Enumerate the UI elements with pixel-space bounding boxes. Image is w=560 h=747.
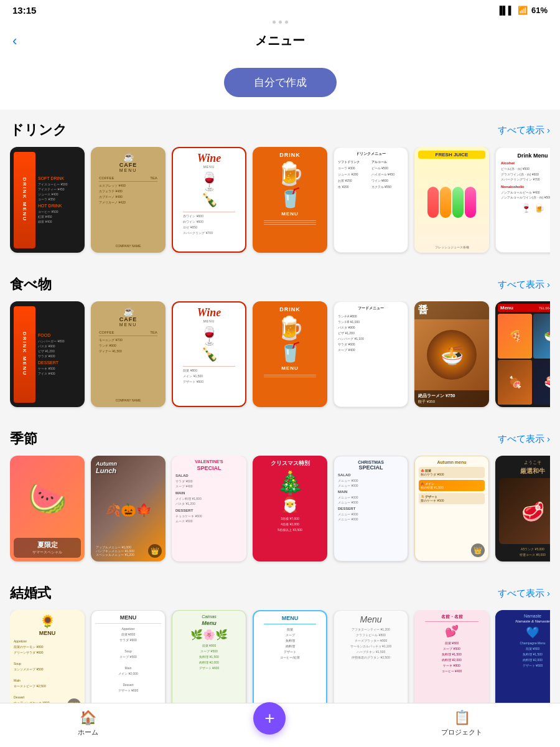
seasonal-card-xmas-red[interactable]: クリスマス特別 🎄 🎅 3名様 ¥7,0004名様 ¥2,0005名様以上 ¥3… <box>253 456 327 561</box>
home-icon: 🏠 <box>80 710 96 726</box>
food-card-5[interactable]: フードメニュー ランチA ¥800ランチB ¥1,000パスタ ¥900ピザ ¥… <box>334 301 408 407</box>
home-label: ホーム <box>78 728 98 737</box>
seasonal-card-row: 🍉 夏限定 サマースペシャル Autumn Lunch 🍂🎃🍁 アップルメニュー… <box>10 456 550 566</box>
seasonal-card-autumn-menu[interactable]: Autumn menu 🍁 前菜 秋のサラダ ¥600 🍂 メイン 秋の特選 ¥… <box>414 456 489 561</box>
seasonal-header: 季節 すべて表示 › <box>10 430 550 448</box>
wedding-card-1[interactable]: 🌻 MENU Appetizer前菜のサーモン ¥800グリーンサラダ ¥600… <box>10 610 85 716</box>
wedding-header: 結婚式 すべて表示 › <box>10 584 550 603</box>
status-bar: 13:15 ▐▌▌ 📶 61% <box>0 0 560 18</box>
food-card-3[interactable]: Wine MENU 🍷 🍾 前菜 ¥800メイン ¥1,500デザート ¥600 <box>172 301 246 407</box>
add-button[interactable]: + <box>253 702 286 735</box>
food-card-7[interactable]: Menu TEL:00-0000-0000 🍕 🥗 🍖 🍣 <box>495 301 550 407</box>
create-button-section: 自分で作成 <box>0 58 560 110</box>
drinks-card-7[interactable]: Drink Menu Alcohol ビール(赤・白) ¥500 グラスワイン(… <box>495 147 550 253</box>
food-title: 食べ物 <box>10 275 52 294</box>
drinks-card-2[interactable]: ☕ CAFE MENU COFFEETEA エスプレッソ ¥400カフェラテ ¥… <box>91 147 166 253</box>
wedding-card-2[interactable]: MENU Appetizer前菜 ¥800サラダ ¥600 Soupスープ ¥5… <box>91 610 166 716</box>
food-header: 食べ物 すべて表示 › <box>10 275 550 294</box>
dots-indicator <box>0 18 560 26</box>
signal-icon: ▐▌▌ <box>497 6 514 15</box>
food-card-row: DRINK MENU FOOD ハンバーガー ¥800パスタ ¥900ピザ ¥1… <box>10 301 550 412</box>
seasonal-see-all[interactable]: すべて表示 › <box>498 433 550 445</box>
page-title: メニュー <box>255 32 305 49</box>
project-label: プロジェクト <box>441 728 482 737</box>
food-card-4[interactable]: DRINK 🍺 🥤 MENU <box>253 301 327 407</box>
seasonal-title: 季節 <box>10 430 37 448</box>
seasonal-card-xmas-white[interactable]: CHRISTMAS SPECIAL SALAD メニュー ¥000メニュー ¥0… <box>334 456 408 561</box>
nav-project[interactable]: 📋 プロジェクト <box>441 710 482 737</box>
project-icon: 📋 <box>454 710 470 726</box>
drinks-card-5[interactable]: ドリンクメニュー ソフトドリンクアルコール コーラ ¥300ビール ¥500 ジ… <box>334 147 408 253</box>
wedding-card-3[interactable]: Caimas Menu 🌿🌸🌿 前菜 ¥800スープ ¥500魚料理 ¥1,50… <box>172 610 246 716</box>
seasonal-card-valentine[interactable]: VALENTINE'S SPECIAL SALAD サラダ ¥600スープ ¥4… <box>172 456 246 561</box>
wedding-card-4[interactable]: MENU 前菜スープ魚料理肉料理デザートコーヒー/紅茶 <box>253 610 327 716</box>
wedding-see-all[interactable]: すべて表示 › <box>498 588 550 599</box>
seasonal-section: 季節 すべて表示 › 🍉 夏限定 サマースペシャル Autumn Lunch 🍂… <box>0 418 560 573</box>
status-icons: ▐▌▌ 📶 61% <box>497 6 548 15</box>
add-icon: + <box>264 708 274 728</box>
top-nav: ‹ メニュー <box>0 26 560 58</box>
create-button[interactable]: 自分で作成 <box>224 68 337 97</box>
food-card-6[interactable]: 醤 🍜 絶品ラーメン ¥750 餃子 ¥350 <box>414 301 489 407</box>
seasonal-card-summer[interactable]: 🍉 夏限定 サマースペシャル <box>10 456 85 561</box>
wedding-card-5[interactable]: Menu アフタヌーンティー ¥1,200 クラフトビール ¥800 チーズプラ… <box>334 610 408 716</box>
battery: 61% <box>531 6 548 15</box>
drinks-header: ドリンク すべて表示 › <box>10 121 550 139</box>
back-button[interactable]: ‹ <box>12 33 17 49</box>
wedding-card-7[interactable]: Namaste Namaste & Namaste 💙 Champagne Me… <box>495 610 550 716</box>
drinks-card-4[interactable]: DRINK 🍺 🥤 MENU <box>253 147 327 253</box>
nav-home[interactable]: 🏠 ホーム <box>78 710 98 737</box>
drinks-card-3[interactable]: Wine MENU 🍷 🍾 赤ワイン ¥600白ワイン ¥600ロゼ ¥650ス… <box>172 147 246 253</box>
food-card-1[interactable]: DRINK MENU FOOD ハンバーガー ¥800パスタ ¥900ピザ ¥1… <box>10 301 85 407</box>
seasonal-card-autumn[interactable]: Autumn Lunch 🍂🎃🍁 アップルメニュー ¥1,000 パンプキンメニ… <box>91 456 166 561</box>
wedding-card-6[interactable]: 名前・名前 💕 前菜 ¥800スープ ¥500魚料理 ¥1,500肉料理 ¥2,… <box>414 610 489 716</box>
food-card-2[interactable]: ☕ CAFE MENU COFFEETEA モーニング ¥700ランチ ¥900… <box>91 301 166 407</box>
wedding-title: 結婚式 <box>10 584 51 603</box>
bottom-nav: 🏠 ホーム + 📋 プロジェクト <box>0 703 560 747</box>
drinks-card-row: DRINK MENU SOFT DRINK アイスコーヒー ¥500アイスティー… <box>10 147 550 258</box>
wifi-icon: 📶 <box>518 6 528 15</box>
drinks-card-6[interactable]: FRESH JUICE フレッシュジュース各種 <box>414 147 489 253</box>
drinks-see-all[interactable]: すべて表示 › <box>498 125 550 136</box>
food-see-all[interactable]: すべて表示 › <box>498 279 550 291</box>
autumn-menu-crown: 👑 <box>471 543 485 557</box>
seasonal-card-wagyu[interactable]: ようこそ 厳選和牛 🥩 A5ランク ¥5,000特選コース ¥8,000 👑 <box>495 456 550 561</box>
autumn-crown: 👑 <box>148 544 162 558</box>
time: 13:15 <box>12 5 36 16</box>
drinks-card-1[interactable]: DRINK MENU SOFT DRINK アイスコーヒー ¥500アイスティー… <box>10 147 85 253</box>
drinks-section: ドリンク すべて表示 › DRINK MENU SOFT DRINK アイスコー… <box>0 110 560 264</box>
drinks-title: ドリンク <box>10 121 67 139</box>
food-section: 食べ物 すべて表示 › DRINK MENU FOOD ハンバーガー ¥800パ… <box>0 264 560 418</box>
